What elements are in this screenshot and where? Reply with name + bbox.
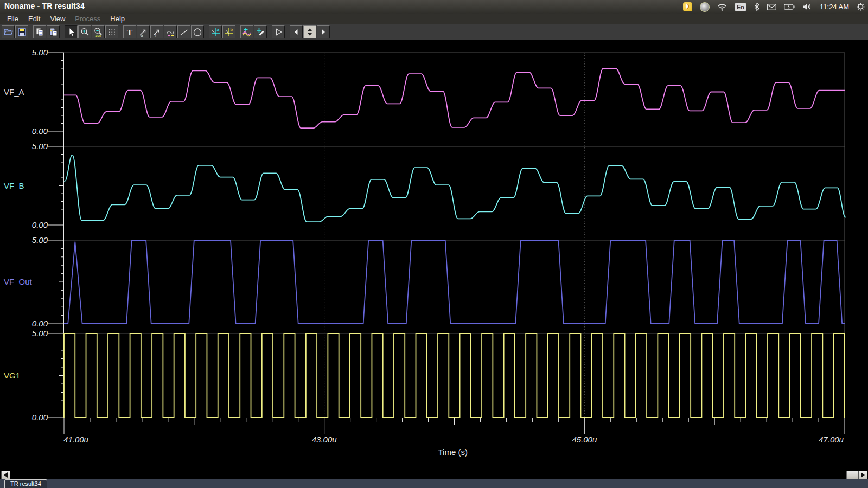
paste-icon [48,27,59,37]
document-tab-bar: TR result34 [0,479,868,488]
horizontal-scrollbar[interactable] [0,470,868,480]
menu-edit[interactable]: Edit [23,14,45,23]
text-tool-icon: T [124,27,135,37]
bluetooth-icon[interactable] [754,2,760,11]
annotate-arrow-a-icon: a [138,27,149,37]
menu-process: Process [70,14,105,23]
status-circle-icon[interactable] [700,2,710,11]
grid-icon [106,27,117,37]
x-tick-label: 45.00u [569,435,599,444]
zoom-in-button[interactable] [78,25,91,38]
svg-text:T: T [127,28,132,37]
trace-label-vf_out: VF_Out [4,277,32,286]
menu-bar: FileEditViewProcessHelp [0,14,868,24]
annotate-arrow-a-button[interactable]: a [137,25,150,38]
trace-label-vg1: VG1 [4,371,20,380]
cursor-b-icon: b [224,27,234,37]
nav-right-button[interactable] [317,25,330,38]
save-file-button[interactable] [15,25,28,38]
trace-label-vf_a: VF_A [4,87,24,97]
y-axis-max-label: 5.00 [10,142,48,151]
menu-file[interactable]: File [2,14,23,23]
y-axis-max-label: 5.00 [10,329,48,338]
session-gear-icon[interactable] [857,2,865,11]
tab-tr-result34[interactable]: TR result34 [4,479,47,488]
line-tool-button[interactable] [177,25,190,38]
trace-vf_b [64,155,845,222]
svg-text:?: ? [155,34,157,37]
legend-tool-icon [165,27,176,37]
application-window: Noname - TR result34 En11:24 AM FileEdit… [0,0,868,488]
clock-text[interactable]: 11:24 AM [820,2,849,11]
trace-picker-icon [255,27,266,37]
trace-vf_out [64,240,845,324]
y-axis-min-label: 0.00 [10,319,48,328]
pointer-button[interactable] [65,25,78,38]
zoom-in-icon [79,27,90,37]
arrow-right-icon [861,472,865,478]
zoom-out-100-button[interactable]: 100 [92,25,105,38]
scrollbar-thumb[interactable] [846,471,858,479]
nav-right-icon [318,27,329,37]
ellipse-tool-button[interactable] [191,25,204,38]
nav-updown-button[interactable] [303,25,316,38]
tab-label: TR result34 [10,480,41,487]
process-play-button[interactable] [272,25,285,38]
menu-view[interactable]: View [45,14,70,23]
system-tray: En11:24 AM [683,0,865,14]
trace-vg1 [64,333,845,418]
y-axis-min-label: 0.00 [10,220,48,229]
cursor-a-button[interactable]: a [209,25,222,38]
pointer-icon [66,27,76,37]
line-tool-icon [178,27,189,37]
add-curves-icon [241,27,252,37]
copy-icon [34,27,45,37]
legend-tool-button[interactable] [164,25,177,38]
nav-updown-icon [304,27,315,37]
y-axis-max-label: 5.00 [10,48,48,57]
process-play-icon [273,27,284,37]
nav-left-button[interactable] [290,25,303,38]
x-tick-label: 47.00u [816,435,846,444]
trace-label-vf_b: VF_B [4,181,24,190]
grid-button[interactable] [105,25,118,38]
zoom-out-100-icon: 100 [93,27,104,37]
x-axis-title: Time (s) [438,447,468,457]
nav-left-icon [291,27,302,37]
y-axis-min-label: 0.00 [10,413,48,422]
scroll-right-button[interactable] [858,471,867,479]
arrow-left-icon [4,472,8,478]
clock: 11:24 AM [820,3,849,11]
svg-text:a: a [141,34,143,37]
svg-text:100: 100 [95,34,101,37]
x-tick-label: 41.00u [61,435,91,444]
trace-picker-button[interactable] [254,25,267,38]
cursor-a-icon: a [210,27,221,37]
title-bar: Noname - TR result34 En11:24 AM [0,0,868,14]
scroll-left-button[interactable] [1,471,10,479]
mail-icon[interactable] [767,2,776,11]
waveform-chart: 5.000.00VF_A5.000.00VF_B5.000.00VF_Out5.… [0,40,868,470]
trace-vf_a [64,68,845,128]
battery-icon[interactable] [784,2,795,11]
wifi-icon[interactable] [717,2,727,11]
menu-help[interactable]: Help [105,14,130,23]
save-file-icon [16,27,27,37]
ellipse-tool-icon [192,27,203,37]
copy-button[interactable] [33,25,46,38]
cursor-b-button[interactable]: b [222,25,235,38]
add-curves-button[interactable] [240,25,253,38]
y-axis-max-label: 5.00 [10,235,48,245]
messenger-icon[interactable] [683,2,692,11]
annotate-arrow-b-icon: ? [151,27,162,37]
open-file-button[interactable] [2,25,15,38]
svg-text:b: b [231,27,233,32]
paste-button[interactable] [47,25,60,38]
y-axis-min-label: 0.00 [10,126,48,136]
keyboard-layout-badge[interactable]: En [735,2,746,11]
svg-text:a: a [217,27,220,32]
volume-icon[interactable] [802,2,812,11]
open-file-icon [3,27,14,37]
text-tool-button[interactable]: T [123,25,136,38]
annotate-arrow-b-button[interactable]: ? [150,25,163,38]
